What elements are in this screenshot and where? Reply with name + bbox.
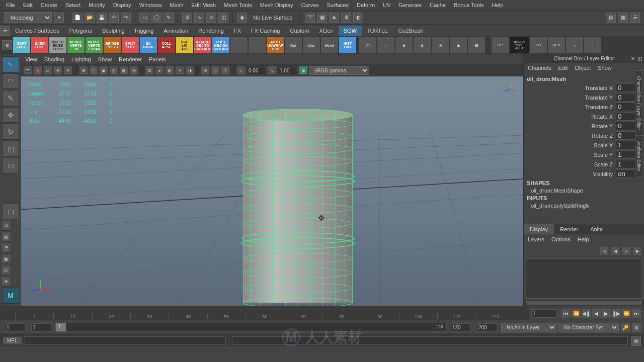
render-view-icon[interactable]: 🎬 [305, 13, 315, 23]
shelf-wire-icon[interactable]: ⌗ [566, 37, 583, 53]
side-tab-attribute-editor[interactable]: Attribute Editor [635, 136, 643, 177]
save-scene-icon[interactable]: 💾 [97, 13, 107, 23]
render-settings-icon[interactable]: ⚙ [341, 13, 351, 23]
range-start-field[interactable] [5, 323, 25, 332]
rotate-tool[interactable]: ↻ [2, 124, 19, 140]
shelf-button[interactable]: Out [285, 37, 302, 53]
live-surface-icon[interactable]: ◉ [237, 13, 247, 23]
paint-select-icon[interactable]: ✎ [164, 13, 174, 23]
shelf-cube-icon[interactable]: ▢ [359, 37, 376, 53]
step-fwd-icon[interactable]: ❚▶ [612, 309, 621, 318]
viewport-3d[interactable]: Verts:186018600Edges:377837780Faces:1920… [21, 76, 523, 306]
shelf-tab-xgen[interactable]: XGen [314, 26, 338, 36]
bookmark-icon[interactable]: 🔖 [33, 66, 42, 75]
menu-file[interactable]: File [2, 1, 19, 9]
lasso-tool[interactable]: ◠ [2, 73, 19, 89]
step-back-key-icon[interactable]: ⏪ [572, 309, 581, 318]
snap-plane-icon[interactable]: ◫ [218, 13, 228, 23]
menu-windows[interactable]: Windows [135, 1, 166, 9]
wireframe-icon[interactable]: ⊡ [145, 66, 154, 75]
panel-toggle-icon[interactable]: ▦ [618, 13, 628, 23]
menu-curves[interactable]: Curves [297, 1, 323, 9]
shelf-button[interactable]: HARDEDGE [31, 37, 48, 53]
shelf-grid3-icon[interactable]: ◎ [432, 37, 449, 53]
resolution-gate-icon[interactable]: ▣ [99, 66, 108, 75]
layer-tab-render[interactable]: Render [554, 224, 584, 234]
command-input[interactable] [25, 336, 226, 345]
xray-joints-icon[interactable]: ⦾ [221, 66, 230, 75]
step-back-icon[interactable]: ◀❚ [582, 309, 591, 318]
play-back-icon[interactable]: ◀ [592, 309, 601, 318]
prefs-icon[interactable]: ⚙ [632, 323, 641, 332]
view-cube-icon[interactable] [503, 81, 518, 97]
shelf-button[interactable]: AUTOUNWRAPUVs [267, 37, 284, 53]
shelf-tab-gozbrush[interactable]: GoZBrush [393, 26, 428, 36]
shelf-menu-icon[interactable]: ☰ [0, 26, 10, 36]
shelf-button[interactable]: SOFTEDGE [13, 37, 30, 53]
hyper-view-icon[interactable]: ◈ [1, 276, 11, 286]
outliner-icon[interactable]: ☰ [630, 13, 640, 23]
hypershade-icon[interactable]: ◐ [353, 13, 363, 23]
shape-node[interactable]: oil_drum:MeshShape [527, 188, 641, 194]
safe-action-icon[interactable]: ◎ [129, 66, 138, 75]
view-menu-lighting[interactable]: Lighting [71, 56, 91, 62]
menu-select[interactable]: Select [61, 1, 85, 9]
shelf-tab-fx[interactable]: FX [229, 26, 246, 36]
current-frame-field[interactable] [531, 309, 556, 318]
anim-layer-select[interactable]: No Anim Layer [501, 323, 556, 332]
menu-deform[interactable]: Deform [353, 1, 379, 9]
shelf-tab-sculpting[interactable]: Sculpting [97, 26, 130, 36]
two-view-icon[interactable]: ▤ [1, 232, 11, 242]
film-gate-icon[interactable]: ▢ [89, 66, 98, 75]
menu-display[interactable]: Display [109, 1, 135, 9]
range-slider[interactable]: 1 120 [55, 323, 447, 332]
character-set-select[interactable]: No Character Set [558, 323, 619, 332]
menu-uv[interactable]: UV [379, 1, 394, 9]
view-menu-shading[interactable]: Shading [44, 56, 64, 62]
menu-mesh-tools[interactable]: Mesh Tools [220, 1, 256, 9]
2d-pan-icon[interactable]: ✥ [53, 66, 62, 75]
layers-menu-item[interactable]: Layers [528, 236, 544, 242]
shelf-button[interactable]: HISTORY [339, 37, 356, 53]
layer-options-menu[interactable]: Options [551, 236, 571, 242]
auto-key-icon[interactable]: 🔑 [621, 323, 630, 332]
menu-help[interactable]: Help [488, 1, 508, 9]
menu-surfaces[interactable]: Surfaces [323, 1, 353, 9]
script-editor-icon[interactable]: ▤ [631, 336, 641, 346]
snap-curve-icon[interactable]: ∿ [194, 13, 204, 23]
select-tool[interactable]: ↖ [2, 56, 19, 72]
shelf-grid5-icon[interactable]: ▦ [468, 37, 485, 53]
workspace-mode-select[interactable]: Modeling [4, 12, 52, 23]
menu-mesh-display[interactable]: Mesh Display [256, 1, 297, 9]
outliner-view-icon[interactable]: ☰ [1, 243, 11, 253]
snap-point-icon[interactable]: ⊙ [206, 13, 216, 23]
shelf-options-icon[interactable]: ⚙ [2, 40, 12, 50]
undock-icon[interactable]: ◫ [637, 56, 642, 61]
camera-select-icon[interactable]: 📷 [23, 66, 32, 75]
shelf-sphere-icon[interactable]: ○ [377, 37, 394, 53]
shelf-cp-icon[interactable]: CP [492, 37, 509, 53]
shelf-hs-icon[interactable]: HS [530, 37, 547, 53]
shelf-button[interactable]: EXTRUDE [140, 37, 157, 53]
last-tool[interactable]: ▭ [2, 158, 19, 174]
view-menu-renderer[interactable]: Renderer [119, 56, 142, 62]
shelf-button[interactable]: DUPLICATE [176, 37, 193, 53]
lights-icon[interactable]: ☀ [175, 66, 184, 75]
menu-edit[interactable]: Edit [19, 1, 37, 9]
close-panel-icon[interactable]: ✕ [631, 56, 635, 61]
new-layer-icon[interactable]: ◁ [600, 246, 609, 255]
timeline-ruler[interactable]: 1102030405060708090100110120 [0, 306, 529, 320]
oil-drum-mesh[interactable] [237, 109, 358, 306]
shelf-button[interactable]: INSERTEDGELOOP [49, 37, 66, 53]
shelf-grid2-icon[interactable]: ⊗ [414, 37, 431, 53]
shelf-button[interactable] [249, 37, 266, 53]
menu-edit-mesh[interactable]: Edit Mesh [187, 1, 220, 9]
add-layer-icon[interactable]: ▶ [633, 246, 642, 255]
shaded-icon[interactable]: ● [155, 66, 164, 75]
shelf-tab-rigging[interactable]: Rigging [130, 26, 158, 36]
gamma-icon[interactable]: γ [268, 66, 277, 75]
go-end-icon[interactable]: ⏭ [632, 309, 641, 318]
shelf-button[interactable]: SPLITPOLY [122, 37, 139, 53]
textured-icon[interactable]: ◐ [165, 66, 174, 75]
shadows-icon[interactable]: ◑ [185, 66, 194, 75]
